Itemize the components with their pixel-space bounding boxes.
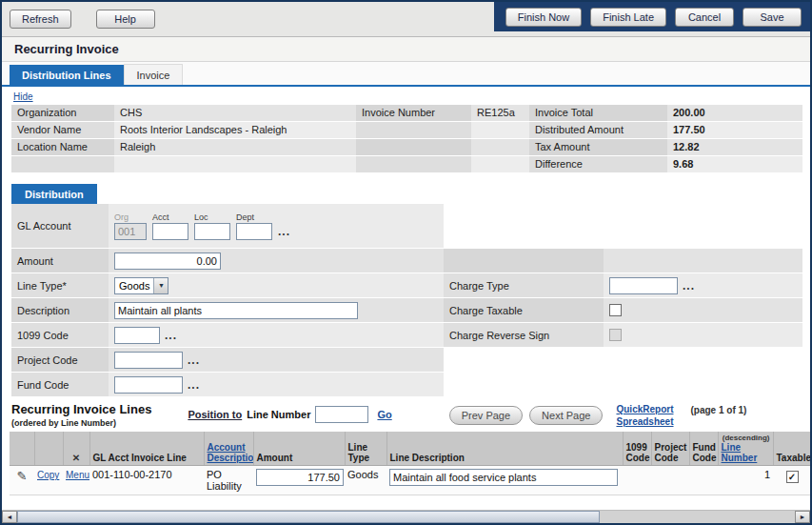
check-icon: ✓	[788, 472, 796, 482]
page-title-bar: Recurring Invoice	[2, 37, 810, 62]
invoice-total-value: 200.00	[667, 105, 802, 121]
go-link[interactable]: Go	[377, 409, 391, 420]
position-to-link[interactable]: Position to	[188, 409, 242, 420]
refresh-button[interactable]: Refresh	[10, 10, 71, 29]
copy-line-link[interactable]: Copy	[37, 470, 59, 480]
loc-input[interactable]	[194, 223, 230, 240]
scroll-right-icon: ►	[800, 514, 806, 520]
invoice-total-label: Invoice Total	[529, 105, 667, 121]
scroll-right-button[interactable]: ►	[795, 511, 810, 523]
charge-taxable-checkbox[interactable]	[609, 304, 622, 316]
org-label: Org	[114, 212, 147, 222]
col-1099-code: 1099 Code	[623, 432, 651, 466]
horizontal-scrollbar[interactable]: ◄ ►	[2, 510, 810, 523]
distributed-amount-label: Distributed Amount	[529, 122, 667, 138]
scrollbar-track[interactable]	[600, 511, 795, 523]
gl-account-lookup-icon[interactable]: ...	[278, 227, 290, 240]
tax-amount-label: Tax Amount	[529, 139, 667, 155]
finish-late-button[interactable]: Finish Late	[590, 8, 666, 27]
line-amount-input[interactable]	[256, 469, 344, 486]
recurring-invoice-lines-table: ✕ GL Acct Invoice Line Account Descripti…	[10, 432, 812, 495]
cell-project-code	[651, 466, 689, 495]
tab-distribution[interactable]: Distribution	[11, 184, 97, 204]
taxable-checkbox[interactable]: ✓	[786, 471, 799, 483]
dept-input[interactable]	[236, 223, 272, 240]
col-account-description[interactable]: Account Description	[204, 432, 253, 466]
page-title: Recurring Invoice	[14, 42, 119, 56]
gl-account-label: GL Account	[11, 204, 109, 248]
edit-line-icon[interactable]: ✎	[17, 469, 28, 483]
charge-type-label: Charge Type	[444, 273, 604, 297]
line-number-sort-link[interactable]: Line Number	[722, 442, 758, 463]
fund-code-lookup-icon[interactable]: ...	[188, 380, 200, 390]
prev-page-button[interactable]: Prev Page	[449, 406, 523, 425]
next-page-button[interactable]: Next Page	[529, 406, 603, 425]
quick-report-link[interactable]: QuickReport	[616, 403, 673, 415]
cell-line-type: Goods	[345, 466, 386, 495]
spreadsheet-link[interactable]: Spreadsheet	[616, 415, 673, 428]
top-toolbar: Refresh Help Finish Now Finish Late Canc…	[2, 2, 810, 37]
line-description-input[interactable]	[389, 469, 618, 486]
fund-code-input[interactable]	[114, 376, 183, 394]
col-gl-acct-invoice-line: GL Acct Invoice Line	[89, 432, 204, 466]
position-to-input[interactable]	[315, 406, 368, 423]
amount-input[interactable]	[114, 252, 221, 270]
difference-label: Difference	[529, 156, 667, 172]
lines-section-header: Recurring Invoice Lines (ordered by Line…	[11, 402, 802, 428]
cell-gl-acct: 001-110-00-2170	[89, 466, 204, 495]
table-row: ✎ Copy Menu 001-110-00-2170 PO Liability…	[10, 466, 811, 495]
cell-account-description: PO Liability	[204, 466, 253, 495]
charge-reverse-sign-checkbox	[609, 329, 622, 341]
1099-code-lookup-icon[interactable]: ...	[165, 331, 177, 340]
vendor-name-label: Vendor Name	[11, 122, 114, 138]
charge-type-lookup-icon[interactable]: ...	[683, 281, 695, 291]
invoice-number-label: Invoice Number	[356, 105, 471, 121]
help-button[interactable]: Help	[96, 10, 155, 29]
difference-value: 9.68	[667, 156, 802, 172]
fund-code-label: Fund Code	[11, 373, 109, 396]
distribution-form: GL Account Org Acct Loc	[11, 204, 802, 396]
description-input[interactable]	[114, 302, 358, 319]
col-fund-code: Fund Code	[689, 432, 718, 466]
cancel-button[interactable]: Cancel	[675, 8, 734, 27]
invoice-summary-grid: Organization CHS Invoice Number RE125a I…	[11, 105, 802, 172]
loc-label: Loc	[194, 212, 230, 222]
hide-link[interactable]: Hide	[13, 91, 33, 102]
lines-subtitle: (ordered by Line Number)	[11, 418, 151, 428]
cell-fund-code	[689, 466, 718, 495]
project-code-input[interactable]	[114, 352, 183, 369]
col-line-number: (descending) Line Number	[718, 432, 773, 466]
project-code-lookup-icon[interactable]: ...	[188, 355, 200, 365]
distributed-amount-value: 177.50	[667, 122, 802, 138]
scroll-left-button[interactable]: ◄	[2, 511, 17, 523]
1099-code-label: 1099 Code	[11, 323, 109, 347]
vendor-name-value: Roots Interior Landscapes - Raleigh	[114, 122, 356, 138]
table-header-row: ✕ GL Acct Invoice Line Account Descripti…	[10, 432, 811, 466]
tab-distribution-lines[interactable]: Distribution Lines	[10, 65, 124, 85]
acct-input[interactable]	[152, 223, 188, 240]
scrollbar-thumb[interactable]	[17, 511, 600, 523]
action-button-group: Finish Now Finish Late Cancel Save	[494, 2, 810, 31]
charge-reverse-sign-label: Charge Reverse Sign	[444, 323, 604, 347]
menu-line-link[interactable]: Menu	[66, 470, 89, 480]
location-name-label: Location Name	[11, 139, 114, 155]
app-window: Refresh Help Finish Now Finish Late Canc…	[0, 0, 812, 525]
page-info: (page 1 of 1)	[691, 405, 747, 415]
delete-line-icon[interactable]: ✕	[72, 453, 80, 463]
charge-type-input[interactable]	[609, 277, 678, 294]
lines-title: Recurring Invoice Lines	[11, 402, 151, 416]
save-button[interactable]: Save	[743, 8, 802, 27]
tab-invoice[interactable]: Invoice	[124, 64, 184, 85]
1099-code-input[interactable]	[114, 327, 160, 344]
dropdown-arrow-icon: ▼	[153, 278, 168, 293]
cell-1099-code	[623, 466, 651, 495]
organization-value: CHS	[114, 105, 356, 121]
scroll-left-icon: ◄	[7, 514, 13, 520]
dept-label: Dept	[236, 212, 272, 222]
line-type-label: Line Type*	[11, 273, 109, 297]
col-amount: Amount	[253, 432, 345, 466]
finish-now-button[interactable]: Finish Now	[505, 8, 582, 27]
line-type-select[interactable]: Goods ▼	[114, 277, 168, 294]
line-type-value: Goods	[115, 280, 153, 292]
location-name-value: Raleigh	[114, 139, 356, 155]
